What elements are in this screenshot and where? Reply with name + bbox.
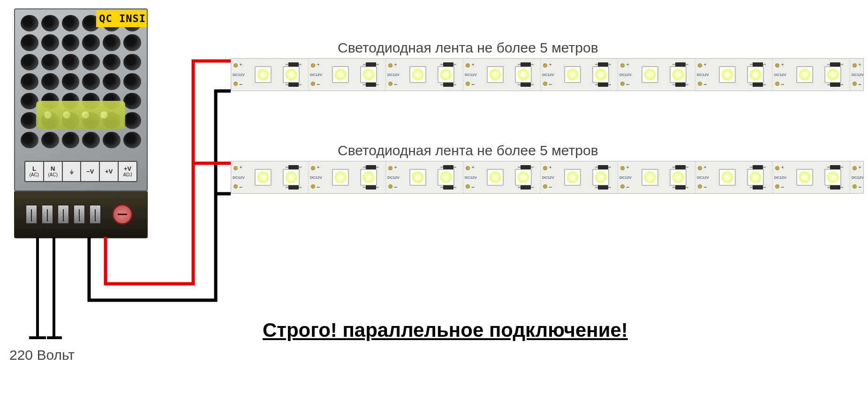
ac-input-label: 220 Вольт xyxy=(9,347,75,363)
psu-enclosure: QC INSI L(AC) N(AC) ⏚ −V +V +VADJ xyxy=(14,8,148,191)
voltage-adjust-knob xyxy=(112,204,133,225)
strip-2-caption: Светодиодная лента не более 5 метров xyxy=(338,143,598,159)
terminal-Vminus: −V xyxy=(81,162,100,181)
screw-terminal xyxy=(57,205,69,224)
terminal-N: N(AC) xyxy=(44,162,63,181)
screw-terminal xyxy=(41,205,53,224)
psu-internal-board xyxy=(36,101,125,129)
screw-terminal xyxy=(89,205,101,224)
terminal-GND: ⏚ xyxy=(63,162,82,181)
power-supply: QC INSI L(AC) N(AC) ⏚ −V +V +VADJ xyxy=(14,8,148,271)
screw-terminal xyxy=(25,205,38,224)
terminal-L: L(AC) xyxy=(25,162,44,181)
terminal-label-plate: L(AC) N(AC) ⏚ −V +V +VADJ xyxy=(24,161,137,182)
qc-sticker: QC INSI xyxy=(96,10,147,27)
screw-terminal-block xyxy=(14,191,148,238)
terminal-ADJ: +VADJ xyxy=(119,162,136,181)
led-strip-2: + DC12V − + DC12V − + DC12V − + DC12V − … xyxy=(231,161,864,194)
terminal-Vplus: +V xyxy=(100,162,119,181)
strip-1-caption: Светодиодная лента не более 5 метров xyxy=(338,40,598,56)
led-strip-1: + DC12V − + DC12V − + DC12V − + DC12V − … xyxy=(231,58,864,91)
screw-terminal xyxy=(73,205,85,224)
parallel-warning: Строго! параллельное подключение! xyxy=(263,319,628,341)
